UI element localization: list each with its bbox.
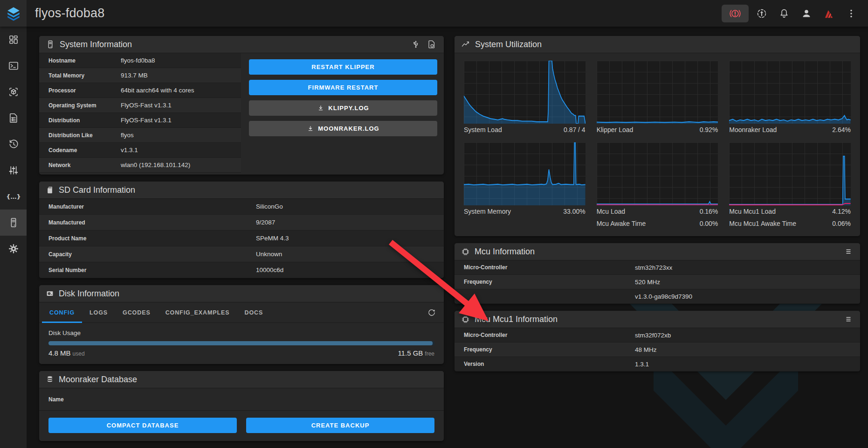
row-value: flyos-fd0ba8 — [121, 57, 155, 64]
row-label: Distribution — [39, 117, 121, 124]
chart-cell: System Load0.87 / 4 — [464, 61, 586, 136]
cube-scan-icon — [8, 86, 19, 98]
disk-used-suffix: used — [73, 350, 85, 357]
bell-icon — [778, 8, 790, 19]
sparkline-chart — [464, 142, 586, 205]
row-value: stm32h723xx — [635, 264, 672, 271]
console-icon — [8, 60, 19, 71]
chart-metric: System Memory33.00% — [464, 205, 586, 217]
sidebar-item-dashboard[interactable] — [0, 27, 27, 53]
sidebar-item-tune[interactable] — [0, 157, 27, 183]
system-utilization-panel: System Utilization System Load0.87 / 4Kl… — [455, 36, 860, 236]
tab-config_examples[interactable]: CONFIG_EXAMPLES — [158, 302, 237, 323]
disk-usage-block: Disk Usage 4.8 MBused 11.5 GBfree — [39, 323, 444, 364]
tab-config[interactable]: CONFIG — [42, 302, 82, 323]
restart-klipper-button[interactable]: RESTART KLIPPER — [249, 59, 437, 75]
update-status-button[interactable] — [752, 4, 771, 23]
table-row: Serial Number10000c6d — [39, 262, 444, 278]
car-brake-alert-icon — [729, 7, 741, 20]
sidebar-item-machine-config[interactable]: {…} — [0, 183, 27, 210]
table-row: Codenamev1.3.1 — [39, 143, 241, 158]
mcu1-menu-button[interactable] — [843, 314, 854, 324]
create-backup-button[interactable]: CREATE BACKUP — [246, 418, 434, 433]
chart-cell: System Memory33.00% — [464, 142, 586, 230]
sidebar-item-console[interactable] — [0, 53, 27, 79]
file-sync-button[interactable] — [426, 39, 437, 50]
klipper-status-logo[interactable] — [820, 4, 838, 23]
server-icon — [46, 40, 55, 49]
row-value: v1.3.0-ga98c9d7390 — [635, 293, 692, 300]
chart-metric-label: Mcu Awake Time — [597, 220, 646, 227]
chart-metric: Mcu Load0.16% — [597, 205, 718, 217]
panel-title: SD Card Information — [59, 185, 135, 195]
row-label: Operating System — [39, 102, 121, 109]
moonraker-database-panel: Moonraker Database Name COMPACT DATABASE… — [39, 371, 444, 441]
top-bar: flyos-fdoba8 — [0, 0, 868, 27]
row-label: Distribution Like — [39, 132, 121, 139]
mcu-menu-button[interactable] — [843, 246, 854, 257]
refresh-button[interactable] — [426, 307, 441, 318]
app-logo[interactable] — [0, 0, 27, 27]
row-label: Version — [455, 361, 635, 367]
disk-information-header: Disk Information — [39, 285, 444, 302]
usb-devices-button[interactable] — [410, 39, 421, 50]
main-content: System Information — [27, 27, 868, 448]
row-value: SiliconGo — [256, 203, 283, 210]
service-buttons: RESTART KLIPPER FIRMWARE RESTART KLIPPY.… — [249, 59, 437, 136]
chart-metric: Mcu Awake Time0.00% — [597, 217, 718, 230]
account-icon — [801, 8, 812, 19]
chart-cell: Moonraker Load2.64% — [729, 61, 851, 136]
progress-upload-icon — [756, 8, 767, 19]
tab-logs[interactable]: LOGS — [82, 302, 115, 323]
chart-metric-label: Moonraker Load — [729, 126, 777, 133]
harddisk-icon — [46, 289, 54, 298]
chart-metric-label: System Memory — [464, 208, 511, 215]
sidebar-item-settings[interactable] — [0, 236, 27, 262]
topbar-actions — [722, 4, 868, 23]
row-value: FlyOS-Fast v1.3.1 — [121, 102, 172, 109]
chart-metric-value: 2.64% — [832, 126, 851, 133]
panel-title: Moonraker Database — [59, 375, 137, 385]
disk-usage-label: Disk Usage — [48, 329, 434, 336]
table-row: Frequency520 MHz — [455, 275, 860, 289]
row-value: v1.3.1 — [121, 147, 138, 154]
row-value: stm32f072xb — [635, 332, 671, 339]
row-value: SPeMM 4.3 — [256, 235, 289, 242]
mcu-information-header: Mcu Information — [455, 243, 860, 260]
button-label: MOONRAKER.LOG — [318, 125, 379, 132]
row-value: wlan0 (192.168.101.142) — [121, 161, 190, 168]
tab-docs[interactable]: DOCS — [237, 302, 270, 323]
sd-card-table: ManufacturerSiliconGoManufactured9/2087P… — [39, 199, 444, 278]
tab-gcodes[interactable]: GCODES — [115, 302, 158, 323]
compact-database-button[interactable]: COMPACT DATABASE — [48, 418, 237, 433]
row-label: Manufacturer — [39, 203, 256, 210]
download-icon — [307, 125, 314, 133]
sidebar-item-system[interactable] — [0, 210, 27, 236]
sidebar-item-gcode-preview[interactable] — [0, 79, 27, 105]
chart-cell: Mcu Mcu1 Load4.12%Mcu Mcu1 Awake Time0.0… — [729, 142, 851, 230]
disk-tabs: CONFIGLOGSGCODESCONFIG_EXAMPLESDOCS — [39, 302, 444, 323]
account-button[interactable] — [797, 4, 816, 23]
moonraker-log-button[interactable]: MOONRAKER.LOG — [249, 121, 437, 136]
table-row: v1.3.0-ga98c9d7390 — [455, 289, 860, 304]
disk-free-suffix: free — [425, 350, 434, 357]
firmware-restart-button[interactable]: FIRMWARE RESTART — [249, 80, 437, 95]
refresh-icon — [427, 308, 436, 317]
disk-usage-numbers: 4.8 MBused 11.5 GBfree — [48, 349, 434, 357]
panel-title: System Utilization — [475, 40, 542, 49]
column-name: Name — [48, 396, 64, 403]
row-label: Product Name — [39, 235, 256, 242]
sidebar-item-gcode-files[interactable] — [0, 105, 27, 131]
table-row: Version1.3.1 — [455, 357, 860, 371]
row-label: Network — [39, 162, 121, 168]
emergency-stop-button[interactable] — [722, 5, 749, 22]
klippy-log-button[interactable]: KLIPPY.LOG — [249, 100, 437, 116]
overflow-menu-button[interactable] — [842, 4, 861, 23]
chart-metric-label: System Load — [464, 126, 502, 133]
sidebar-item-history[interactable] — [0, 131, 27, 157]
notifications-button[interactable] — [775, 4, 793, 23]
file-refresh-icon — [427, 40, 436, 49]
sparkline-chart — [729, 61, 851, 124]
klipper-logo-icon — [823, 7, 835, 20]
moonraker-database-header: Moonraker Database — [39, 371, 444, 388]
